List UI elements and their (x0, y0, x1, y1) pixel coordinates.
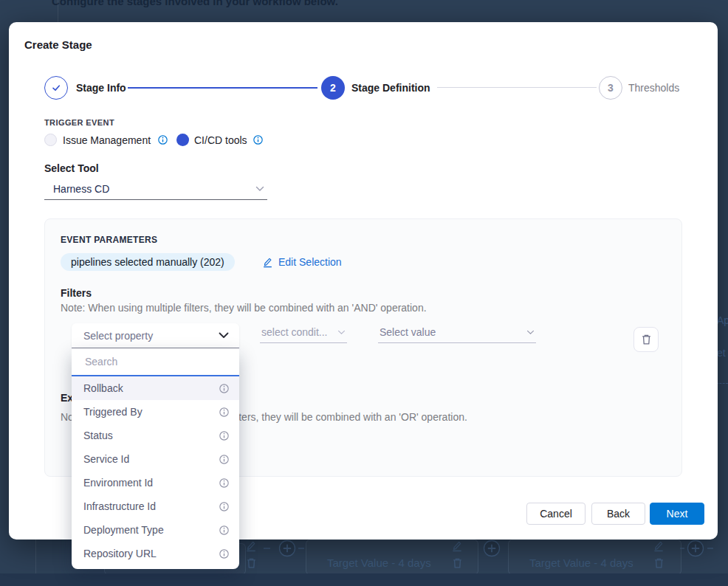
backdrop-fragment-b: et (717, 347, 726, 359)
backdrop-bottom-strip (0, 573, 728, 586)
info-icon[interactable] (219, 478, 229, 488)
edit-icon (262, 257, 273, 268)
step-thresholds-label[interactable]: Thresholds (628, 81, 679, 94)
dialog-title: Create Stage (24, 38, 92, 51)
property-option-repository-url[interactable]: Repository URL (72, 542, 239, 565)
condition-select[interactable]: select condit... (260, 326, 347, 343)
radio-issue-management[interactable] (44, 134, 57, 146)
option-label: Triggered By (83, 406, 142, 418)
backdrop-dash (298, 548, 304, 549)
property-dropdown: Select property Rollback Triggered By (72, 323, 239, 569)
check-icon (51, 83, 61, 93)
property-dropdown-panel: Rollback Triggered By Status Service Id … (72, 348, 239, 569)
info-icon[interactable] (253, 135, 263, 145)
backdrop-dash (680, 548, 684, 549)
chevron-down-icon (526, 330, 535, 335)
filters-note: Note: When using multiple filters, they … (61, 302, 427, 314)
chevron-down-icon (337, 330, 346, 335)
tool-select[interactable]: Harness CD (44, 183, 267, 200)
condition-select-placeholder: select condit... (261, 326, 328, 338)
search-input[interactable] (83, 355, 227, 368)
edit-icon (245, 540, 257, 552)
option-label: Status (83, 430, 113, 441)
chevron-down-icon (219, 332, 229, 339)
backdrop-fragment-a: Ap (717, 314, 728, 326)
property-select[interactable]: Select property (72, 323, 239, 348)
radio-issue-management-label[interactable]: Issue Management (63, 134, 151, 146)
backdrop-dash (707, 548, 713, 549)
backdrop-card-label: Target Value - 4 days (529, 556, 633, 569)
trigger-event-label: TRIGGER EVENT (44, 118, 114, 127)
info-icon[interactable] (219, 502, 229, 511)
property-option-triggered-by[interactable]: Triggered By (72, 400, 239, 424)
edit-icon (653, 540, 665, 552)
trash-icon (452, 557, 463, 569)
next-button[interactable]: Next (650, 503, 704, 525)
value-select-placeholder: Select value (380, 326, 436, 338)
add-stage-icon (483, 540, 501, 557)
option-label: Rollback (83, 382, 123, 394)
property-option-environment-id[interactable]: Environment Id (72, 471, 239, 494)
backdrop-header-text: Configure the stages involved in your wo… (52, 0, 338, 8)
step-number: 3 (608, 82, 614, 94)
add-stage-icon (687, 540, 704, 557)
edit-selection-link[interactable]: Edit Selection (262, 256, 342, 268)
info-icon[interactable] (219, 525, 229, 535)
value-select[interactable]: Select value (378, 326, 536, 343)
step-stage-info-indicator[interactable] (44, 76, 68, 100)
add-stage-icon (278, 540, 296, 557)
radio-cicd-tools-label[interactable]: CI/CD tools (194, 134, 247, 146)
chevron-down-icon (255, 186, 264, 192)
radio-cicd-tools[interactable] (176, 134, 189, 146)
remove-filter-button[interactable] (633, 327, 659, 352)
info-icon[interactable] (219, 549, 229, 559)
edit-icon (451, 540, 463, 552)
trash-icon (641, 334, 652, 345)
info-icon[interactable] (158, 135, 168, 145)
step-stage-definition-indicator[interactable]: 2 (321, 76, 345, 100)
backdrop-dash (264, 548, 270, 549)
property-option-rollback[interactable]: Rollback (72, 376, 239, 400)
backdrop-divider (58, 0, 58, 22)
step-thresholds-indicator[interactable]: 3 (599, 76, 622, 100)
back-button[interactable]: Back (591, 503, 645, 525)
info-icon[interactable] (219, 431, 229, 441)
trash-icon (246, 557, 257, 569)
property-option-status[interactable]: Status (72, 424, 239, 447)
edit-selection-label: Edit Selection (278, 256, 342, 268)
option-label: Service Id (83, 453, 129, 465)
step-stage-definition-label[interactable]: Stage Definition (351, 81, 430, 94)
option-label: Deployment Type (83, 524, 164, 536)
option-label: Environment Id (83, 477, 153, 489)
stepper-connector (437, 87, 597, 88)
select-tool-label: Select Tool (44, 162, 99, 174)
selection-pill: pipelines selected manually (202) (61, 253, 235, 271)
property-option-service-id[interactable]: Service Id (72, 447, 239, 471)
info-icon[interactable] (219, 407, 229, 417)
info-icon[interactable] (219, 455, 229, 464)
option-label: Repository URL (83, 548, 157, 559)
filters-heading: Filters (61, 287, 92, 299)
trash-icon (653, 557, 665, 569)
tool-select-value: Harness CD (53, 183, 109, 195)
backdrop-card-label: Target Value - 4 days (327, 556, 431, 569)
create-stage-dialog: Create Stage Stage Info 2 Stage Definiti… (9, 22, 718, 540)
property-option-infrastructure-id[interactable]: Infrastructure Id (72, 494, 239, 518)
app-screen: Configure the stages involved in your wo… (0, 0, 728, 586)
option-label: Infrastructure Id (83, 500, 156, 512)
stepper-connector (128, 87, 317, 89)
property-option-deployment-type[interactable]: Deployment Type (72, 518, 239, 542)
info-icon[interactable] (219, 384, 229, 393)
property-search (72, 348, 239, 376)
step-stage-info-label[interactable]: Stage Info (76, 81, 126, 94)
property-select-placeholder: Select property (83, 330, 153, 342)
backdrop-dashed-connector (716, 383, 728, 384)
step-number: 2 (330, 82, 336, 94)
event-parameters-heading: EVENT PARAMETERS (61, 235, 157, 245)
cancel-button[interactable]: Cancel (526, 503, 586, 525)
